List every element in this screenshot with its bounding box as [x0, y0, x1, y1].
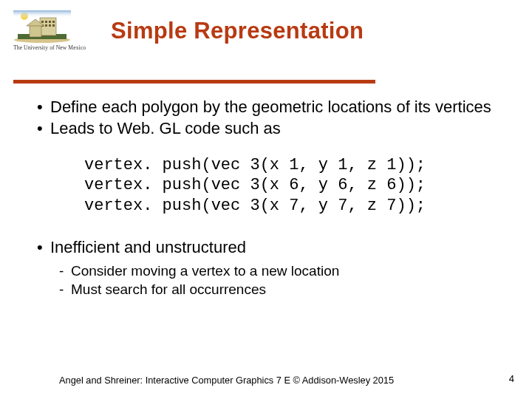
sub-bullet-1-text: Consider moving a vertex to a new locati…	[71, 263, 339, 279]
footer-credit: Angel and Shreiner: Interactive Computer…	[59, 375, 394, 386]
slide-body: Define each polygon by the geometric loc…	[37, 98, 510, 299]
page-number: 4	[509, 373, 514, 384]
title-underline	[13, 80, 375, 83]
svg-rect-9	[49, 24, 51, 27]
svg-rect-10	[52, 24, 55, 27]
sub-bullet-2-text: Must search for all occurrences	[71, 282, 266, 297]
slide-title: Simple Representation	[111, 18, 364, 44]
svg-rect-4	[45, 21, 47, 23]
bullet-3: Inefficient and unstructured	[37, 238, 510, 258]
logo-caption: The University of New Mexico	[13, 44, 87, 51]
sub-bullet-1: Consider moving a vertex to a new locati…	[59, 262, 510, 279]
bullet-2-text: Leads to Web. GL code such as	[50, 119, 281, 137]
svg-rect-8	[45, 24, 47, 27]
bullet-2: Leads to Web. GL code such as	[37, 119, 510, 139]
svg-rect-6	[52, 21, 55, 23]
bullet-3-text: Inefficient and unstructured	[50, 238, 246, 256]
svg-rect-3	[41, 21, 44, 23]
svg-rect-5	[49, 21, 51, 23]
bullet-1-text: Define each polygon by the geometric loc…	[50, 98, 491, 116]
svg-rect-14	[13, 10, 71, 18]
bullet-1: Define each polygon by the geometric loc…	[37, 98, 510, 117]
code-block: vertex. push(vec 3(x 1, y 1, z 1)); vert…	[84, 155, 510, 216]
svg-rect-11	[30, 25, 41, 37]
slide: The University of New Mexico Simple Repr…	[0, 0, 532, 399]
unm-logo-block: The University of New Mexico	[13, 10, 87, 51]
sub-bullet-list: Consider moving a vertex to a new locati…	[59, 262, 510, 298]
sub-bullet-2: Must search for all occurrences	[59, 281, 510, 298]
unm-logo-icon	[13, 10, 71, 43]
